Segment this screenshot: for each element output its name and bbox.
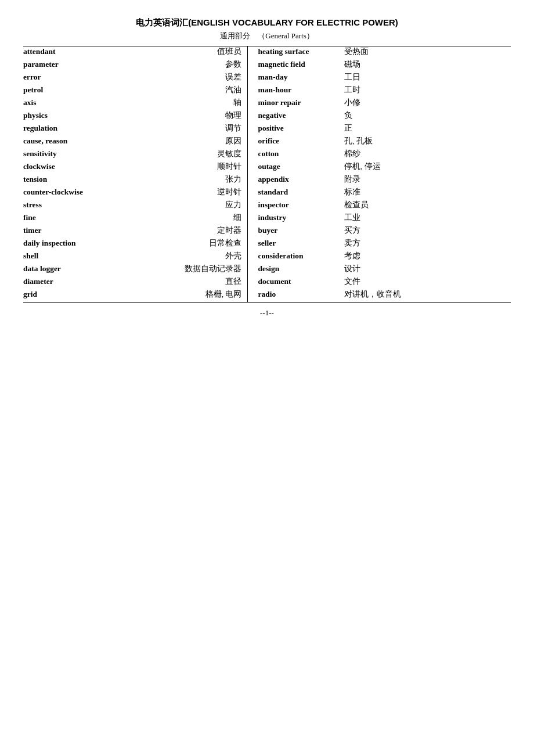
vocab-columns: attendant值班员parameter参数error误差petrol汽油ax… [23, 46, 511, 303]
chinese-translation: 小修 [342, 98, 511, 108]
title-cn: 电力英语词汇 [136, 17, 188, 27]
chinese-translation: 孔, 孔板 [342, 136, 511, 146]
english-word: stress [23, 200, 107, 210]
chinese-translation: 参数 [107, 59, 241, 70]
english-word: negative [258, 111, 342, 120]
english-word: orifice [258, 136, 342, 146]
chinese-translation: 受热面 [342, 46, 511, 57]
list-item: industry工业 [258, 213, 511, 225]
chinese-translation: 考虑 [342, 251, 511, 261]
chinese-translation: 检查员 [342, 200, 511, 210]
chinese-translation: 附录 [342, 174, 511, 185]
chinese-translation: 值班员 [107, 46, 241, 57]
chinese-translation: 物理 [107, 110, 241, 121]
list-item: axis轴 [23, 98, 241, 110]
english-word: magnetic field [258, 60, 342, 69]
chinese-translation: 磁场 [342, 59, 511, 70]
english-word: man-hour [258, 85, 342, 95]
list-item: document文件 [258, 276, 511, 289]
english-word: inspector [258, 200, 342, 210]
english-word: appendix [258, 175, 342, 184]
list-item: stress应力 [23, 200, 241, 213]
vocab-table: attendant值班员parameter参数error误差petrol汽油ax… [23, 46, 511, 303]
chinese-translation: 负 [342, 110, 511, 121]
chinese-translation: 直径 [107, 276, 241, 287]
english-word: sensitivity [23, 149, 107, 159]
english-word: consideration [258, 251, 342, 261]
list-item: fine细 [23, 213, 241, 225]
title-en: (ENGLISH VOCABULARY FOR ELECTRIC POWER) [188, 17, 398, 27]
english-word: cause, reason [23, 136, 107, 146]
english-word: axis [23, 98, 107, 107]
list-item: counter-clockwise逆时针 [23, 187, 241, 200]
list-item: buyer买方 [258, 225, 511, 238]
english-word: standard [258, 188, 342, 197]
english-word: cotton [258, 149, 342, 159]
list-item: design设计 [258, 264, 511, 276]
list-item: seller卖方 [258, 238, 511, 251]
list-item: man-hour工时 [258, 85, 511, 98]
list-item: minor repair小修 [258, 98, 511, 110]
list-item: petrol汽油 [23, 85, 241, 98]
chinese-translation: 数据自动记录器 [107, 264, 241, 274]
english-word: positive [258, 124, 342, 133]
english-word: industry [258, 213, 342, 222]
chinese-translation: 细 [107, 213, 241, 223]
chinese-translation: 原因 [107, 136, 241, 146]
english-word: seller [258, 239, 342, 248]
list-item: magnetic field磁场 [258, 59, 511, 72]
chinese-translation: 正 [342, 123, 511, 134]
list-item: grid格栅, 电网 [23, 289, 241, 302]
list-item: physics物理 [23, 110, 241, 123]
english-word: daily inspection [23, 239, 107, 248]
list-item: cotton棉纱 [258, 149, 511, 161]
list-item: error误差 [23, 72, 241, 85]
left-column: attendant值班员parameter参数error误差petrol汽油ax… [23, 46, 247, 302]
page-number: --1-- [23, 308, 511, 318]
chinese-translation: 应力 [107, 200, 241, 210]
chinese-translation: 工业 [342, 213, 511, 223]
chinese-translation: 文件 [342, 276, 511, 287]
list-item: shell外壳 [23, 251, 241, 264]
english-word: timer [23, 226, 107, 235]
chinese-translation: 外壳 [107, 251, 241, 261]
english-word: man-day [258, 73, 342, 82]
column-divider [247, 46, 252, 302]
english-word: document [258, 277, 342, 286]
list-item: diameter直径 [23, 276, 241, 289]
english-word: diameter [23, 277, 107, 286]
chinese-translation: 汽油 [107, 85, 241, 95]
english-word: minor repair [258, 98, 342, 107]
list-item: sensitivity灵敏度 [23, 149, 241, 161]
english-word: grid [23, 290, 107, 299]
chinese-translation: 格栅, 电网 [107, 289, 241, 300]
list-item: positive正 [258, 123, 511, 136]
chinese-translation: 误差 [107, 72, 241, 82]
page: 电力英语词汇(ENGLISH VOCABULARY FOR ELECTRIC P… [0, 0, 534, 756]
chinese-translation: 张力 [107, 174, 241, 185]
chinese-translation: 调节 [107, 123, 241, 134]
chinese-translation: 顺时针 [107, 161, 241, 172]
english-word: data logger [23, 264, 107, 273]
list-item: daily inspection日常检查 [23, 238, 241, 251]
chinese-translation: 逆时针 [107, 187, 241, 197]
chinese-translation: 轴 [107, 98, 241, 108]
chinese-translation: 工时 [342, 85, 511, 95]
english-word: design [258, 264, 342, 273]
right-column: heating surface受热面magnetic field磁场man-da… [252, 46, 511, 302]
list-item: negative负 [258, 110, 511, 123]
english-word: regulation [23, 124, 107, 133]
english-word: shell [23, 251, 107, 261]
english-word: physics [23, 111, 107, 120]
list-item: parameter参数 [23, 59, 241, 72]
list-item: heating surface受热面 [258, 46, 511, 59]
chinese-translation: 买方 [342, 225, 511, 236]
list-item: consideration考虑 [258, 251, 511, 264]
list-item: cause, reason原因 [23, 136, 241, 149]
list-item: radio对讲机，收音机 [258, 289, 511, 302]
english-word: clockwise [23, 162, 107, 171]
page-title: 电力英语词汇(ENGLISH VOCABULARY FOR ELECTRIC P… [23, 17, 511, 28]
english-word: petrol [23, 85, 107, 95]
chinese-translation: 工日 [342, 72, 511, 82]
chinese-translation: 棉纱 [342, 149, 511, 159]
